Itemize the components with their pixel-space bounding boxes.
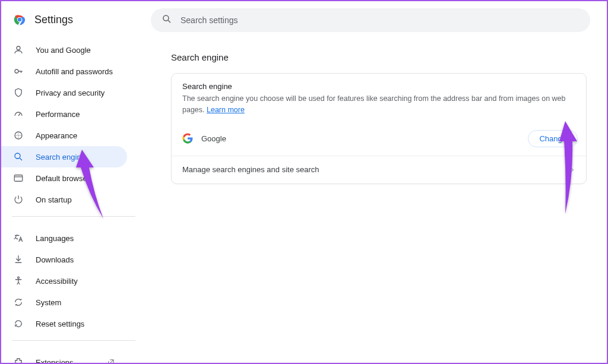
appearance-icon xyxy=(13,130,24,141)
search-settings-input[interactable] xyxy=(180,15,580,25)
google-g-icon xyxy=(182,133,193,144)
sidebar-item-extensions[interactable]: Extensions xyxy=(1,352,127,364)
nav-divider xyxy=(12,216,135,217)
section-title: Search engine xyxy=(171,52,587,62)
svg-point-6 xyxy=(15,153,20,159)
page-title: Settings xyxy=(34,14,73,26)
svg-point-2 xyxy=(18,18,21,21)
main-content: Search engine Search engine The search e… xyxy=(144,1,607,363)
change-button[interactable]: Change xyxy=(528,130,578,147)
search-icon xyxy=(13,151,24,162)
sidebar-item-privacy[interactable]: Privacy and security xyxy=(1,82,127,103)
learn-more-link[interactable]: Learn more xyxy=(207,106,245,114)
card-description: The search engine you choose will be use… xyxy=(182,93,575,116)
manage-engines-row[interactable]: Manage search engines and site search xyxy=(172,156,586,183)
sidebar-item-reset[interactable]: Reset settings xyxy=(1,313,127,334)
sidebar-item-label: Search engine xyxy=(36,153,115,162)
sidebar-item-label: On startup xyxy=(36,195,115,204)
sidebar-item-search-engine[interactable]: Search engine xyxy=(1,146,127,167)
chrome-logo-icon xyxy=(13,13,26,26)
sidebar-item-default-browser[interactable]: Default browser xyxy=(1,167,127,189)
svg-point-11 xyxy=(163,15,169,21)
svg-point-3 xyxy=(17,46,20,50)
sidebar-header: Settings xyxy=(1,10,144,34)
current-engine-row: Google Change xyxy=(172,124,586,156)
sidebar-item-accessibility[interactable]: Accessibility xyxy=(1,270,127,292)
nav-divider xyxy=(12,340,135,341)
reset-icon xyxy=(13,318,24,329)
shield-icon xyxy=(13,87,24,98)
system-icon xyxy=(13,297,24,308)
language-icon xyxy=(13,233,24,243)
sidebar-item-label: Default browser xyxy=(36,174,115,183)
sidebar-item-downloads[interactable]: Downloads xyxy=(1,249,127,270)
search-icon xyxy=(162,14,172,27)
sidebar-item-label: Autofill and passwords xyxy=(36,67,115,76)
svg-point-5 xyxy=(15,132,22,139)
sidebar-item-label: Appearance xyxy=(36,131,115,140)
sidebar-item-label: You and Google xyxy=(36,46,115,55)
open-external-icon xyxy=(107,358,115,364)
card-title: Search engine xyxy=(182,82,575,91)
sidebar-item-label: Languages xyxy=(36,234,115,243)
key-icon xyxy=(13,66,24,77)
sidebar-item-label: Performance xyxy=(36,110,115,119)
nav-list-tertiary: Extensions About Chrome xyxy=(1,347,144,364)
accessibility-icon xyxy=(13,276,24,286)
power-icon xyxy=(13,194,24,205)
sidebar-item-label: Reset settings xyxy=(36,319,115,328)
sidebar-item-appearance[interactable]: Appearance xyxy=(1,125,127,146)
sidebar-item-you-and-google[interactable]: You and Google xyxy=(1,39,127,61)
sidebar-item-label: Extensions xyxy=(36,358,93,365)
manage-engines-label: Manage search engines and site search xyxy=(182,165,319,174)
download-icon xyxy=(13,254,24,265)
search-engine-card: Search engine The search engine you choo… xyxy=(171,73,587,184)
sidebar-item-label: Accessibility xyxy=(36,277,115,286)
svg-point-4 xyxy=(15,69,18,73)
chevron-right-icon xyxy=(569,164,575,175)
browser-icon xyxy=(13,173,24,183)
sidebar-item-on-startup[interactable]: On startup xyxy=(1,189,127,210)
extension-icon xyxy=(13,357,24,364)
sidebar-item-label: System xyxy=(36,298,115,307)
sidebar: Settings You and Google Autofill and pas… xyxy=(1,1,144,363)
sidebar-item-performance[interactable]: Performance xyxy=(1,103,127,125)
speedometer-icon xyxy=(13,109,24,119)
nav-list-primary: You and Google Autofill and passwords Pr… xyxy=(1,34,144,210)
nav-list-secondary: Languages Downloads Accessibility System… xyxy=(1,223,144,334)
current-engine-name: Google xyxy=(201,134,226,143)
search-settings-bar[interactable] xyxy=(151,8,590,32)
svg-point-8 xyxy=(18,277,20,278)
svg-rect-7 xyxy=(14,175,23,182)
sidebar-item-label: Privacy and security xyxy=(36,88,115,97)
card-description-section: Search engine The search engine you choo… xyxy=(172,74,586,124)
sidebar-item-label: Downloads xyxy=(36,255,115,264)
sidebar-item-system[interactable]: System xyxy=(1,292,127,313)
person-icon xyxy=(13,45,24,55)
sidebar-item-languages[interactable]: Languages xyxy=(1,227,127,249)
sidebar-item-autofill[interactable]: Autofill and passwords xyxy=(1,61,127,82)
